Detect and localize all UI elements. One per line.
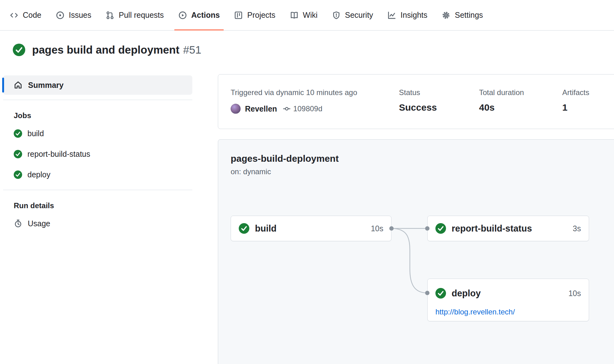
tab-issues[interactable]: Issues bbox=[49, 0, 98, 30]
run-number: #51 bbox=[183, 44, 201, 56]
triggered-text: Triggered via dynamic 10 minutes ago bbox=[231, 88, 399, 97]
actor-name[interactable]: Revellen bbox=[245, 104, 277, 113]
status-value: Success bbox=[399, 102, 479, 113]
check-circle-icon bbox=[14, 150, 22, 158]
divider bbox=[3, 100, 192, 100]
stopwatch-icon bbox=[14, 219, 22, 228]
commit-sha[interactable]: 109809d bbox=[293, 104, 322, 113]
run-sidebar: Summary Jobs build report-build-status d… bbox=[3, 74, 192, 364]
usage-label: Usage bbox=[28, 219, 50, 228]
graph-node-build[interactable]: build 10s bbox=[231, 216, 391, 241]
sidebar-job-report-build-status[interactable]: report-build-status bbox=[3, 144, 192, 164]
sidebar-summary-label: Summary bbox=[28, 81, 64, 90]
check-circle-icon bbox=[435, 288, 446, 299]
tab-projects[interactable]: Projects bbox=[227, 0, 282, 30]
duration-column: Total duration 40s bbox=[479, 88, 562, 129]
deploy-url-link[interactable]: http://blog.revellen.tech/ bbox=[435, 308, 515, 316]
sidebar-job-deploy[interactable]: deploy bbox=[3, 164, 192, 185]
graph-icon bbox=[387, 11, 396, 20]
tab-wiki[interactable]: Wiki bbox=[283, 0, 325, 30]
tab-code[interactable]: Code bbox=[2, 0, 49, 30]
check-circle-icon bbox=[14, 170, 22, 179]
home-icon bbox=[14, 81, 22, 89]
workflow-trigger: on: dynamic bbox=[231, 167, 614, 176]
job-label: deploy bbox=[27, 170, 50, 179]
artifacts-column: Artifacts 1 bbox=[562, 88, 589, 129]
tab-label: Settings bbox=[455, 11, 483, 20]
job-label: build bbox=[27, 129, 44, 138]
node-name: report-build-status bbox=[452, 223, 532, 234]
shield-icon bbox=[332, 11, 341, 20]
run-info-card: Triggered via dynamic 10 minutes ago Rev… bbox=[218, 74, 614, 129]
node-name: deploy bbox=[452, 288, 481, 299]
avatar bbox=[231, 104, 241, 114]
sidebar-item-usage[interactable]: Usage bbox=[3, 213, 192, 234]
selected-accent-bar bbox=[2, 78, 4, 93]
issue-opened-icon bbox=[56, 11, 65, 20]
tab-pull-requests[interactable]: Pull requests bbox=[98, 0, 171, 30]
run-details-heading: Run details bbox=[3, 201, 192, 210]
sidebar-item-summary[interactable]: Summary bbox=[3, 75, 192, 95]
tab-security[interactable]: Security bbox=[325, 0, 380, 30]
node-duration: 10s bbox=[371, 224, 383, 233]
tab-label: Issues bbox=[69, 11, 91, 20]
tab-label: Insights bbox=[401, 11, 427, 20]
book-icon bbox=[290, 11, 299, 20]
check-circle-icon bbox=[13, 44, 25, 56]
trigger-info: Triggered via dynamic 10 minutes ago Rev… bbox=[231, 88, 399, 129]
status-column: Status Success bbox=[399, 88, 479, 129]
tab-actions[interactable]: Actions bbox=[171, 0, 227, 30]
code-icon bbox=[10, 11, 18, 20]
tab-label: Wiki bbox=[303, 11, 318, 20]
run-main: Triggered via dynamic 10 minutes ago Rev… bbox=[218, 74, 614, 364]
graph-node-deploy[interactable]: deploy 10s http://blog.revellen.tech/ bbox=[427, 279, 589, 321]
duration-value: 40s bbox=[479, 102, 562, 113]
tab-label: Code bbox=[23, 11, 41, 20]
tab-label: Pull requests bbox=[119, 11, 164, 20]
run-header: pages build and deployment #51 bbox=[13, 44, 614, 56]
table-icon bbox=[234, 11, 243, 20]
check-circle-icon bbox=[435, 223, 446, 234]
tab-label: Projects bbox=[247, 11, 275, 20]
node-duration: 10s bbox=[568, 289, 581, 298]
job-label: report-build-status bbox=[27, 150, 90, 159]
sidebar-job-build[interactable]: build bbox=[3, 123, 192, 144]
jobs-heading: Jobs bbox=[3, 111, 192, 120]
artifacts-label: Artifacts bbox=[562, 88, 589, 97]
play-circle-icon bbox=[178, 11, 187, 20]
repo-nav: Code Issues Pull requests Actions Projec… bbox=[0, 0, 614, 31]
tab-label: Actions bbox=[191, 11, 220, 20]
node-duration: 3s bbox=[573, 224, 581, 233]
check-circle-icon bbox=[14, 129, 22, 138]
git-commit-icon bbox=[283, 105, 291, 113]
duration-label: Total duration bbox=[479, 88, 562, 97]
page-title: pages build and deployment bbox=[32, 44, 180, 56]
node-name: build bbox=[255, 223, 276, 234]
git-pull-request-icon bbox=[106, 11, 114, 20]
check-circle-icon bbox=[239, 223, 249, 234]
graph-node-report-build-status[interactable]: report-build-status 3s bbox=[427, 216, 589, 241]
workflow-graph-card: pages-build-deployment on: dynamic build… bbox=[218, 139, 614, 364]
divider bbox=[3, 190, 192, 190]
gear-icon bbox=[442, 11, 450, 20]
tab-settings[interactable]: Settings bbox=[434, 0, 490, 30]
tab-label: Security bbox=[345, 11, 373, 20]
workflow-name: pages-build-deployment bbox=[231, 153, 614, 164]
status-label: Status bbox=[399, 88, 479, 97]
artifacts-value: 1 bbox=[562, 102, 589, 113]
tab-insights[interactable]: Insights bbox=[380, 0, 434, 30]
